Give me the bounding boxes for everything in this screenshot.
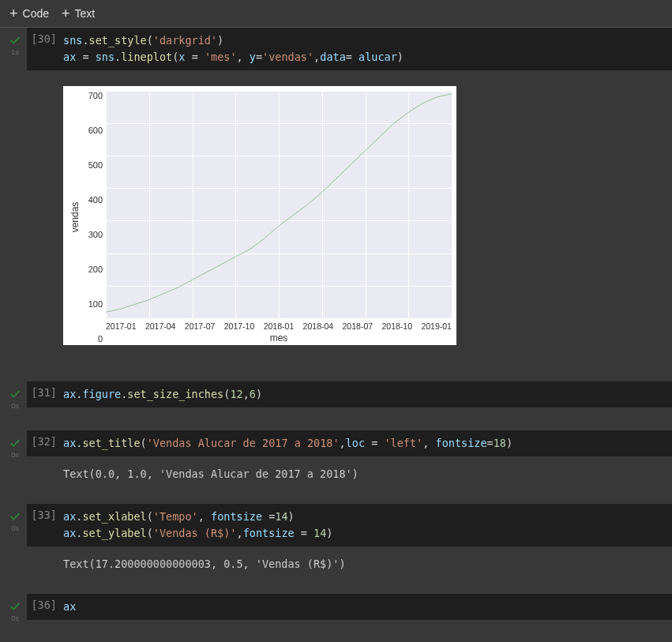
add-code-button[interactable]: + Code	[9, 6, 49, 21]
exec-count: [36]	[27, 599, 63, 615]
chart-plot-area	[106, 91, 452, 318]
toolbar: + Code + Text	[0, 0, 672, 27]
exec-time: 0s	[11, 614, 19, 622]
cell: 0s [32] ax.set_title('Vendas Alucar de 2…	[3, 430, 672, 483]
cell-gutter: 0s	[3, 594, 27, 622]
code-text[interactable]: sns.set_style('darkgrid') ax = sns.linep…	[63, 32, 672, 66]
code-input[interactable]: [33] ax.set_xlabel('Tempo', fontsize =14…	[27, 504, 672, 546]
cell-gutter: 0s	[3, 430, 27, 459]
output-text: Text(0.0, 1.0, 'Vendas Alucar de 2017 a …	[63, 467, 672, 480]
code-input[interactable]: [31] ax.figure.set_size_inches(12,6)	[27, 381, 672, 407]
cell-output: Text(17.200000000000003, 0.5, 'Vendas (R…	[27, 546, 672, 573]
code-text[interactable]: ax.set_xlabel('Tempo', fontsize =14) ax.…	[63, 509, 672, 542]
cell: 0s [31] ax.figure.set_size_inches(12,6)	[3, 381, 672, 410]
chart-xlabel: mes	[106, 331, 452, 344]
check-icon	[9, 34, 21, 47]
cell: 0s [33] ax.set_xlabel('Tempo', fontsize …	[3, 504, 672, 573]
code-input[interactable]: [32] ax.set_title('Vendas Alucar de 2017…	[27, 430, 672, 456]
exec-count: [30]	[27, 32, 63, 66]
chart-xticks: 2017-012017-042017-072017-102018-012018-…	[106, 318, 452, 331]
cell-gutter: 0s	[3, 381, 27, 410]
check-icon	[9, 510, 21, 523]
plus-icon: +	[9, 6, 18, 21]
cell: 1s [30] sns.set_style('darkgrid') ax = s…	[3, 28, 672, 361]
check-icon	[9, 600, 21, 613]
exec-time: 0s	[11, 402, 19, 410]
add-code-label: Code	[23, 7, 49, 20]
cell: 0s [36] ax	[3, 594, 672, 622]
code-text[interactable]: ax	[63, 599, 672, 615]
exec-time: 0s	[11, 524, 19, 532]
output-text: Text(17.200000000000003, 0.5, 'Vendas (R…	[63, 558, 672, 570]
add-text-button[interactable]: + Text	[62, 6, 95, 21]
plus-icon: +	[62, 6, 70, 21]
notebook-body: 1s [30] sns.set_style('darkgrid') ax = s…	[0, 27, 672, 622]
chart-output: vendas 7006005004003002001000 2017-01201…	[63, 86, 456, 345]
check-icon	[9, 437, 21, 449]
code-text[interactable]: ax.figure.set_size_inches(12,6)	[63, 386, 672, 403]
chart-ylabel: vendas	[69, 201, 81, 232]
cell-gutter: 0s	[3, 504, 27, 532]
exec-count: [32]	[27, 435, 63, 452]
exec-count: [33]	[27, 509, 63, 542]
add-text-label: Text	[75, 7, 96, 20]
check-icon	[9, 388, 21, 400]
exec-count: [31]	[27, 386, 63, 403]
code-text[interactable]: ax.set_title('Vendas Alucar de 2017 a 20…	[63, 435, 672, 452]
code-input[interactable]: [36] ax	[27, 594, 672, 620]
exec-time: 1s	[11, 48, 19, 56]
cell-gutter: 1s	[3, 28, 27, 56]
code-input[interactable]: [30] sns.set_style('darkgrid') ax = sns.…	[27, 28, 672, 70]
chart-yticks: 7006005004003002001000	[82, 91, 106, 344]
exec-time: 0s	[11, 451, 19, 459]
cell-output: Text(0.0, 1.0, 'Vendas Alucar de 2017 a …	[27, 456, 672, 483]
